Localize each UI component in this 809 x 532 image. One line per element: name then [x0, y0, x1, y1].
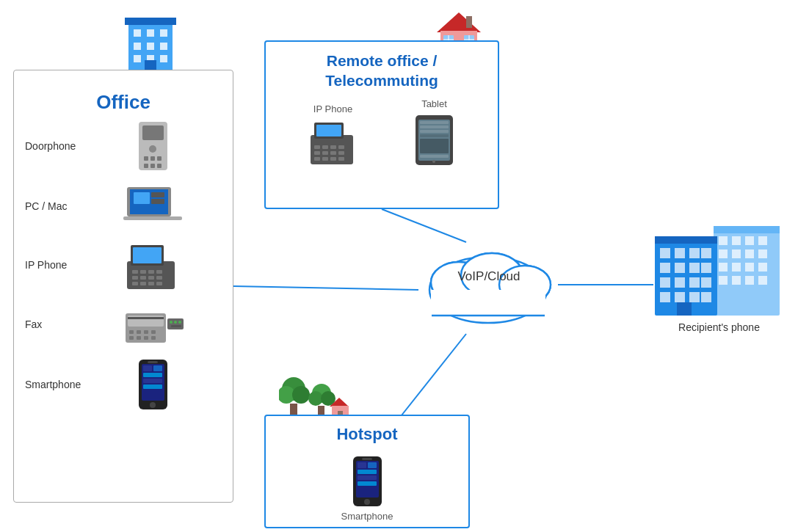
- doorphone-icon: [84, 120, 222, 172]
- svg-rect-173: [689, 292, 700, 302]
- svg-rect-25: [157, 164, 162, 168]
- svg-rect-168: [675, 277, 685, 288]
- svg-rect-18: [142, 125, 164, 140]
- svg-point-19: [149, 145, 156, 153]
- svg-rect-123: [358, 481, 377, 486]
- svg-rect-101: [420, 130, 449, 133]
- fax-icon: [84, 302, 222, 346]
- svg-rect-102: [420, 134, 449, 137]
- pcmac-label: PC / Mac: [25, 200, 84, 212]
- svg-rect-89: [314, 151, 320, 155]
- svg-rect-67: [143, 373, 162, 377]
- svg-rect-69: [143, 385, 162, 389]
- svg-rect-46: [156, 282, 162, 285]
- svg-rect-148: [758, 249, 767, 258]
- svg-rect-73: [466, 16, 472, 28]
- svg-rect-68: [143, 379, 162, 383]
- svg-rect-146: [732, 249, 741, 258]
- office-title: Office: [14, 91, 233, 114]
- svg-rect-24: [150, 164, 155, 168]
- svg-rect-5: [125, 18, 176, 25]
- svg-rect-86: [322, 145, 328, 149]
- svg-rect-159: [660, 248, 670, 258]
- remote-ipphone: IP Phone: [309, 103, 357, 167]
- svg-rect-92: [338, 151, 344, 155]
- svg-rect-158: [655, 236, 717, 244]
- svg-rect-56: [144, 336, 148, 340]
- svg-rect-42: [156, 276, 162, 280]
- svg-rect-155: [745, 276, 754, 285]
- svg-rect-153: [719, 276, 728, 285]
- svg-rect-161: [689, 248, 700, 258]
- svg-rect-135: [432, 290, 545, 316]
- hotspot-trees-icon: [279, 374, 338, 418]
- svg-rect-174: [701, 292, 711, 302]
- svg-rect-41: [148, 276, 154, 280]
- svg-rect-164: [675, 263, 685, 273]
- svg-rect-62: [171, 325, 181, 327]
- svg-rect-49: [128, 317, 164, 319]
- office-ipphone-label: IP Phone: [25, 259, 84, 271]
- svg-rect-8: [160, 29, 167, 37]
- svg-rect-103: [420, 139, 449, 153]
- remote-tablet: Tablet: [414, 98, 454, 167]
- remote-ipphone-label: IP Phone: [313, 103, 352, 114]
- svg-rect-38: [156, 270, 162, 274]
- svg-rect-54: [129, 336, 134, 340]
- svg-rect-39: [132, 276, 138, 280]
- svg-rect-84: [316, 125, 341, 136]
- svg-rect-91: [330, 151, 336, 155]
- svg-rect-57: [151, 336, 156, 340]
- pcmac-row: PC / Mac: [14, 178, 233, 233]
- svg-rect-104: [420, 155, 449, 158]
- svg-marker-72: [437, 12, 481, 32]
- hotspot-panel: Hotspot Smartphone: [264, 415, 470, 528]
- svg-rect-11: [160, 43, 167, 50]
- svg-point-124: [364, 499, 370, 505]
- svg-rect-165: [689, 263, 700, 273]
- svg-rect-65: [143, 365, 152, 371]
- svg-rect-172: [675, 292, 685, 302]
- svg-rect-14: [160, 55, 167, 62]
- office-smartphone-label: Smartphone: [25, 379, 84, 390]
- svg-rect-143: [745, 236, 754, 245]
- svg-rect-23: [144, 164, 148, 168]
- svg-rect-31: [123, 216, 182, 220]
- svg-rect-85: [314, 145, 320, 149]
- svg-rect-29: [151, 192, 164, 197]
- svg-rect-58: [167, 318, 184, 329]
- svg-rect-66: [153, 365, 162, 371]
- svg-rect-34: [133, 247, 162, 263]
- svg-rect-150: [732, 263, 741, 272]
- remote-title: Remote office /Telecommuting: [266, 51, 498, 91]
- svg-rect-93: [314, 157, 320, 161]
- svg-rect-162: [701, 248, 711, 258]
- svg-rect-6: [134, 29, 141, 37]
- remote-tablet-label: Tablet: [421, 98, 447, 109]
- svg-line-0: [233, 286, 418, 290]
- svg-rect-145: [719, 249, 728, 258]
- svg-rect-7: [147, 29, 154, 37]
- svg-rect-37: [148, 270, 154, 274]
- svg-point-108: [292, 386, 310, 404]
- svg-point-60: [174, 321, 177, 324]
- svg-rect-147: [745, 249, 754, 258]
- svg-rect-28: [134, 192, 150, 204]
- svg-rect-10: [147, 43, 154, 50]
- svg-rect-142: [732, 236, 741, 245]
- svg-rect-151: [745, 263, 754, 272]
- office-ipphone-icon: [84, 239, 222, 291]
- svg-rect-53: [151, 330, 156, 334]
- hotspot-device: Smartphone: [266, 455, 468, 522]
- svg-rect-167: [660, 277, 670, 288]
- office-smartphone-icon: [84, 358, 222, 411]
- svg-rect-51: [137, 330, 141, 334]
- svg-rect-144: [758, 236, 767, 245]
- svg-rect-99: [420, 121, 449, 124]
- laptop-icon: [84, 186, 222, 227]
- svg-rect-43: [132, 282, 138, 285]
- svg-rect-156: [758, 276, 767, 285]
- recipient-panel: Recipient's phone: [651, 220, 787, 333]
- svg-rect-40: [140, 276, 146, 280]
- doorphone-row: Doorphone: [14, 114, 233, 178]
